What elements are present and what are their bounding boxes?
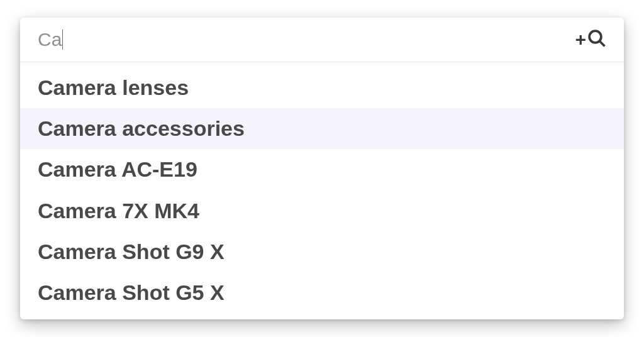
suggestion-item[interactable]: Camera lenses — [20, 67, 624, 108]
suggestion-item[interactable]: Camera Shot G5 X — [20, 272, 624, 313]
svg-line-1 — [600, 41, 605, 47]
suggestion-label: Camera lenses — [38, 75, 189, 99]
suggestion-item[interactable]: Camera AC-E19 — [20, 149, 624, 190]
suggestion-label: Camera Shot G5 X — [38, 280, 225, 304]
suggestion-label: Camera 7X MK4 — [38, 199, 199, 223]
suggestion-label: Camera Shot G9 X — [38, 240, 225, 263]
suggestions-list: Camera lenses Camera accessories Camera … — [20, 62, 624, 320]
suggestion-label: Camera accessories — [38, 116, 245, 140]
suggestion-item[interactable]: Camera accessories — [20, 108, 624, 149]
search-bar: Ca + — [20, 18, 624, 62]
search-icon — [587, 29, 606, 50]
suggestion-label: Camera AC-E19 — [38, 157, 197, 181]
suggestion-item[interactable]: Camera 7X MK4 — [20, 191, 624, 231]
suggestion-item[interactable]: Camera Shot G9 X — [20, 231, 624, 272]
search-input[interactable]: Ca — [38, 29, 575, 50]
add-search-button[interactable]: + — [575, 29, 606, 50]
search-input-text: Ca — [38, 29, 62, 50]
plus-icon: + — [575, 30, 586, 49]
text-cursor — [62, 30, 63, 50]
svg-point-0 — [589, 31, 601, 43]
search-autocomplete-panel: Ca + Camera lenses Camera accessories Ca… — [20, 18, 624, 320]
